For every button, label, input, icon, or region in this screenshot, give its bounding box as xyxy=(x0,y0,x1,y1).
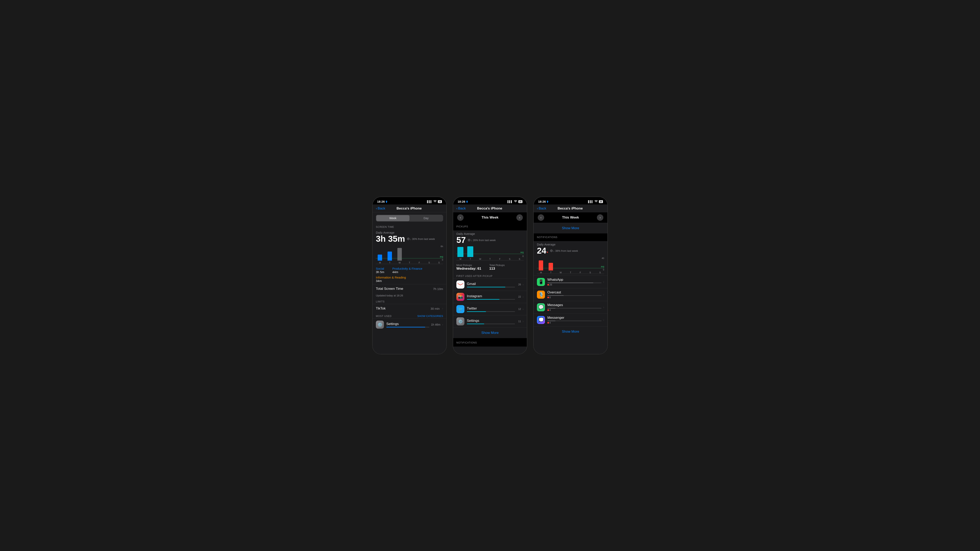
whatsapp-count: 26 xyxy=(549,283,552,286)
pickup-stats: Most Pickups Wednesday: 61 Total Pickups… xyxy=(453,262,527,273)
bar-label-T1: T xyxy=(389,261,391,264)
overcast-name: Overcast xyxy=(547,291,601,294)
nav-title-2: Becca's iPhone xyxy=(466,206,514,211)
show-more-btn-2[interactable]: Show More xyxy=(453,327,527,338)
gmail-chevron: › xyxy=(523,283,523,286)
week-prev-btn-2[interactable]: ‹ xyxy=(457,214,464,221)
overcast-row[interactable]: 🎙️ Overcast 8 › xyxy=(534,288,608,301)
first-used-label: FIRST USED AFTER PICKUP xyxy=(453,273,527,278)
daily-avg-value-1: 3h 35m xyxy=(376,234,405,243)
svg-rect-4 xyxy=(458,283,463,287)
nav-title-3: Becca's iPhone xyxy=(546,206,594,211)
settings-app-info: Settings xyxy=(386,322,430,327)
back-button-1[interactable]: ‹ Back xyxy=(376,206,385,211)
week-next-btn-2[interactable]: › xyxy=(516,214,523,221)
daily-avg-value-3: 24 xyxy=(537,246,546,256)
segment-week[interactable]: Week xyxy=(376,215,409,221)
messages-red-dot xyxy=(547,309,549,311)
daily-avg-row-2: 57 ↓ 26% from last week xyxy=(457,235,523,245)
whatsapp-info: WhatsApp 26 xyxy=(547,278,601,286)
messenger-row[interactable]: 💭 Messenger 4 › xyxy=(534,314,608,326)
instagram-name: Instagram xyxy=(467,294,515,298)
overcast-count: 8 xyxy=(549,296,551,299)
twitter-row[interactable]: 🐦 Twitter 12 › xyxy=(453,303,527,315)
notifications-label-3: NOTIFICATIONS xyxy=(537,235,604,240)
daily-avg-label-1: Daily Average xyxy=(376,231,443,234)
notif-avg-value-wrapper: 24 • xyxy=(537,246,548,256)
settings-count-2: 11 xyxy=(515,320,521,323)
productivity-label: Productivity & Finance xyxy=(392,267,422,270)
signal-icon-2: ▌▌▌ xyxy=(508,200,513,203)
tiktok-chevron: › xyxy=(442,307,443,310)
messages-row[interactable]: 💬 Messages 4 › xyxy=(534,301,608,314)
twitter-chevron: › xyxy=(523,307,523,311)
daily-avg-label-3: Daily Average xyxy=(537,243,604,246)
messenger-info: Messenger 4 xyxy=(547,316,601,324)
pickup-bar-W: W xyxy=(476,246,484,260)
settings-app-row[interactable]: ⚙️ Settings 1h 46m › xyxy=(372,318,446,331)
week-prev-btn-3[interactable]: ‹ xyxy=(538,214,544,221)
status-bar-3: 18:26 ▌▌▌ 25 xyxy=(534,197,608,205)
tiktok-limit-row[interactable]: TikTok 30 min › xyxy=(372,304,446,313)
show-more-top-3[interactable]: Show More xyxy=(534,223,608,233)
segment-control-1: Week Day xyxy=(376,215,443,222)
messenger-count: 4 xyxy=(549,321,551,324)
phone-3: 18:26 ▌▌▌ 25 ‹ Back Becca's iPhone xyxy=(533,197,608,354)
svg-marker-0 xyxy=(385,200,388,203)
settings-bar-2 xyxy=(467,324,515,324)
gmail-row[interactable]: Gmail 26 › xyxy=(453,278,527,291)
total-label: Total Screen Time xyxy=(376,287,403,291)
back-button-3[interactable]: ‹ Back xyxy=(537,206,546,211)
pickup-bar-M: M xyxy=(457,246,465,260)
overcast-red-dot xyxy=(547,297,549,298)
messages-name: Messages xyxy=(547,303,601,307)
back-button-2[interactable]: ‹ Back xyxy=(457,206,466,211)
twitter-bar-fill xyxy=(467,311,486,312)
nav-bar-2: ‹ Back Becca's iPhone xyxy=(453,205,527,212)
social-time: 3h 5m xyxy=(376,270,384,274)
whatsapp-chevron: › xyxy=(603,280,604,284)
daily-avg-row-1: 3h 35m ↓ 30% from last week xyxy=(376,234,443,243)
pickup-bar-F: F xyxy=(496,246,504,260)
instagram-row[interactable]: 📸 Instagram 22 › xyxy=(453,291,527,303)
messages-info: Messages 4 xyxy=(547,303,601,311)
whatsapp-icon: 📱 xyxy=(537,278,545,286)
gmail-info: Gmail xyxy=(467,282,515,287)
show-more-btn-3[interactable]: Show More xyxy=(534,326,608,337)
bar-W xyxy=(398,248,402,260)
messenger-bar xyxy=(547,321,601,321)
info-reading-time: 34m xyxy=(376,279,443,283)
chart-max-label-1: 6h xyxy=(376,245,443,248)
settings-row-2[interactable]: ⚙️ Settings 11 › xyxy=(453,315,527,327)
change-badge-1: ↓ 30% from last week xyxy=(407,237,435,240)
messages-count-row: 4 xyxy=(547,309,601,311)
wifi-icon-3 xyxy=(595,200,598,203)
bar-group-F: F xyxy=(415,248,423,264)
segment-day[interactable]: Day xyxy=(409,215,443,221)
nav-bar-1: ‹ Back Becca's iPhone xyxy=(372,205,446,212)
daily-avg-block-3: Daily Average 24 • ↓ 38% from last week xyxy=(534,241,608,256)
daily-avg-block-1: Daily Average 3h 35m ↓ 30% from last wee… xyxy=(372,229,446,243)
instagram-bar-fill xyxy=(467,299,500,300)
daily-avg-value-2: 57 xyxy=(457,235,466,245)
bar-group-T2: T xyxy=(406,248,414,264)
gmail-bar xyxy=(467,287,515,287)
week-next-btn-3[interactable]: › xyxy=(597,214,603,221)
gmail-count: 26 xyxy=(515,283,521,286)
bar-group-W: W xyxy=(396,248,404,264)
most-pickups-block: Most Pickups Wednesday: 61 xyxy=(457,264,481,271)
total-value: 7h 10m xyxy=(433,287,443,291)
show-categories-btn[interactable]: SHOW CATEGORIES xyxy=(417,314,443,318)
bar-group-S1: S xyxy=(425,248,433,264)
pickup-bar-S1: S xyxy=(506,246,514,260)
messenger-bar-fill xyxy=(547,321,555,321)
settings-chevron: › xyxy=(442,323,443,326)
social-label: Social xyxy=(376,267,384,270)
messenger-chevron: › xyxy=(603,318,604,322)
tiktok-app-label: TikTok xyxy=(376,306,386,311)
gmail-bar-fill xyxy=(467,287,505,287)
productivity-category: Productivity & Finance 44m xyxy=(392,267,422,274)
whatsapp-row[interactable]: 📱 WhatsApp 26 › xyxy=(534,275,608,288)
instagram-chevron: › xyxy=(523,295,523,299)
bar-label-F: F xyxy=(419,261,420,264)
